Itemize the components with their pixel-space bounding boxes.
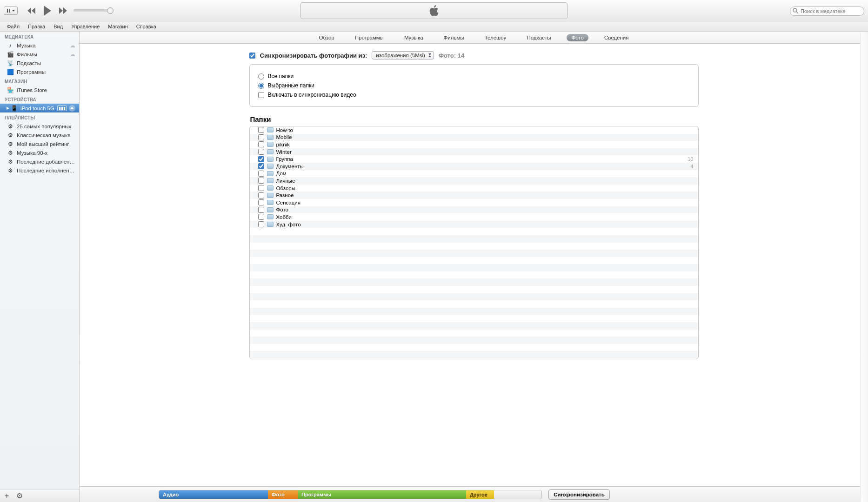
folder-checkbox[interactable]: [258, 199, 264, 205]
prev-track-button[interactable]: [27, 7, 36, 14]
tab-Фото[interactable]: Фото: [567, 34, 588, 41]
folder-checkbox[interactable]: [258, 127, 264, 133]
folder-row[interactable]: [250, 271, 698, 279]
folder-row[interactable]: Сенсация: [250, 199, 698, 206]
folder-row[interactable]: [250, 243, 698, 250]
folder-row[interactable]: Обзоры: [250, 185, 698, 192]
folder-checkbox[interactable]: [258, 178, 264, 184]
tab-Музыка[interactable]: Музыка: [400, 34, 428, 41]
folder-checkbox[interactable]: [258, 207, 264, 213]
folder-row[interactable]: piknik: [250, 141, 698, 148]
sidebar-item[interactable]: 🎬Фильмы☁: [0, 50, 79, 59]
folder-row[interactable]: [250, 308, 698, 315]
folder-checkbox[interactable]: [258, 134, 264, 140]
menu-вид[interactable]: Вид: [49, 24, 67, 29]
folder-row[interactable]: [250, 286, 698, 293]
tab-Фильмы[interactable]: Фильмы: [439, 34, 469, 41]
folder-checkbox[interactable]: [258, 185, 264, 191]
folder-icon: [267, 171, 274, 176]
folder-icon: [267, 200, 274, 205]
folder-row[interactable]: Хобби: [250, 213, 698, 221]
all-folders-radio[interactable]: [258, 73, 264, 79]
folder-row[interactable]: Фото: [250, 206, 698, 214]
menu-справка[interactable]: Справка: [132, 24, 160, 29]
sidebar-item[interactable]: 📡Подкасты: [0, 59, 79, 67]
sidebar-item[interactable]: ⚙Мой высший рейтинг: [0, 139, 79, 148]
folder-icon: [267, 185, 274, 191]
sidebar-item-label: Последние исполненные: [17, 168, 75, 173]
sync-photos-checkbox[interactable]: [249, 53, 255, 59]
photo-source-select[interactable]: изображения (\\Msi): [372, 51, 434, 59]
folder-row[interactable]: Дом: [250, 170, 698, 178]
folder-checkbox[interactable]: [258, 156, 264, 162]
tab-Подкасты[interactable]: Подкасты: [522, 34, 555, 41]
folder-row[interactable]: [250, 264, 698, 271]
next-track-button[interactable]: [59, 7, 68, 14]
menu-управление[interactable]: Управление: [67, 24, 104, 29]
menu-магазин[interactable]: Магазин: [104, 24, 132, 29]
folder-row[interactable]: Разное: [250, 192, 698, 199]
folder-row[interactable]: [250, 344, 698, 351]
folder-row[interactable]: How-to: [250, 126, 698, 134]
volume-slider[interactable]: [73, 9, 113, 12]
folder-name: Группа: [276, 156, 688, 162]
tab-Сведения[interactable]: Сведения: [600, 34, 634, 41]
search-input[interactable]: [790, 7, 864, 16]
folder-checkbox[interactable]: [258, 214, 264, 220]
folder-row[interactable]: [250, 322, 698, 330]
sidebar-item[interactable]: ⚙Классическая музыка: [0, 131, 79, 139]
folder-row[interactable]: [250, 228, 698, 235]
sidebar-item[interactable]: 🟦Программы: [0, 67, 79, 76]
tab-Телешоу[interactable]: Телешоу: [480, 34, 511, 41]
folder-row[interactable]: [250, 337, 698, 344]
sidebar-settings-button[interactable]: ⚙: [16, 491, 23, 500]
folder-row[interactable]: Mobile: [250, 134, 698, 141]
toolbar: [0, 0, 868, 21]
sidebar-item[interactable]: ▶📱iPod touch 5G▮▮▮⏏: [0, 104, 79, 112]
folder-row[interactable]: Winter: [250, 148, 698, 156]
volume-knob[interactable]: [107, 7, 114, 14]
include-video-checkbox[interactable]: [258, 92, 264, 98]
folder-checkbox[interactable]: [258, 149, 264, 155]
sidebar-item-label: Музыка: [17, 43, 70, 48]
menu-правка[interactable]: Правка: [24, 24, 49, 29]
folder-checkbox[interactable]: [258, 163, 264, 169]
sidebar-item[interactable]: ♪Музыка☁: [0, 41, 79, 50]
cloud-icon[interactable]: ☁: [70, 42, 75, 49]
sidebar-item[interactable]: ⚙Последние добавленные: [0, 157, 79, 166]
folder-row[interactable]: Личные: [250, 177, 698, 185]
folder-checkbox[interactable]: [258, 171, 264, 177]
folder-row[interactable]: [250, 257, 698, 264]
folder-row[interactable]: Документы4: [250, 163, 698, 170]
sidebar-item[interactable]: ⚙25 самых популярных: [0, 122, 79, 131]
folder-row[interactable]: [250, 250, 698, 257]
add-playlist-button[interactable]: +: [5, 492, 9, 500]
tab-Программы[interactable]: Программы: [350, 34, 388, 41]
folder-row[interactable]: [250, 315, 698, 322]
folder-row[interactable]: [250, 330, 698, 337]
selected-folders-radio[interactable]: [258, 83, 264, 89]
sidebar-item-label: iTunes Store: [17, 87, 75, 93]
play-button[interactable]: [43, 6, 52, 16]
folder-row[interactable]: [250, 351, 698, 358]
folder-checkbox[interactable]: [258, 141, 264, 147]
folder-row[interactable]: Худ. фото: [250, 221, 698, 228]
tab-Обзор[interactable]: Обзор: [314, 34, 339, 41]
cloud-icon[interactable]: ☁: [70, 51, 75, 58]
folder-row[interactable]: [250, 278, 698, 286]
folder-row[interactable]: Группа10: [250, 155, 698, 163]
folder-row[interactable]: [250, 235, 698, 243]
sidebar-header: УСТРОЙСТВА: [0, 94, 79, 104]
sidebar-item[interactable]: 🏪iTunes Store: [0, 86, 79, 94]
folder-checkbox[interactable]: [258, 221, 264, 227]
sidebar-item[interactable]: ⚙Музыка 90-х: [0, 148, 79, 157]
folder-row[interactable]: [250, 300, 698, 308]
folder-checkbox[interactable]: [258, 192, 264, 198]
eject-button[interactable]: ⏏: [69, 105, 75, 112]
menu-файл[interactable]: Файл: [3, 24, 24, 29]
folder-name: Сенсация: [276, 200, 694, 205]
sync-button[interactable]: Синхронизировать: [548, 489, 610, 500]
folder-row[interactable]: [250, 293, 698, 301]
sidebar-item[interactable]: ⚙Последние исполненные: [0, 166, 79, 175]
sidebar-toggle-button[interactable]: [4, 7, 18, 15]
